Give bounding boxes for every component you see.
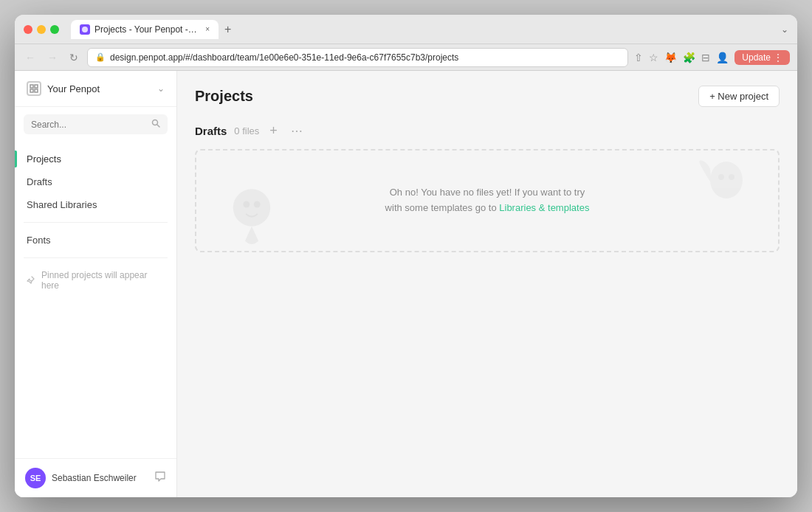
close-window-button[interactable] bbox=[24, 25, 32, 34]
sidebar-icon[interactable]: ⊟ bbox=[701, 52, 710, 63]
address-bar-row: ← → ↻ 🔒 design.penpot.app/#/dashboard/te… bbox=[15, 44, 797, 71]
lock-icon: 🔒 bbox=[95, 52, 106, 62]
search-icon bbox=[151, 119, 160, 130]
update-button-label: Update bbox=[742, 52, 771, 63]
svg-point-8 bbox=[243, 201, 250, 208]
libraries-templates-link[interactable]: Libraries & templates bbox=[499, 202, 589, 213]
svg-line-6 bbox=[157, 125, 159, 127]
svg-rect-2 bbox=[35, 85, 38, 88]
window-menu-icon[interactable]: ⌄ bbox=[781, 24, 788, 35]
svg-rect-4 bbox=[35, 89, 38, 92]
search-input[interactable] bbox=[31, 120, 147, 130]
active-tab[interactable]: Projects - Your Penpot - Penp... × bbox=[71, 20, 219, 39]
empty-state-content: Oh no! You have no files yet! If you wan… bbox=[385, 185, 590, 216]
mascot-right bbox=[689, 158, 749, 210]
user-name: Sebastian Eschweiler bbox=[52, 473, 137, 483]
profile-icon[interactable]: 👤 bbox=[716, 52, 729, 63]
svg-point-11 bbox=[718, 174, 724, 180]
traffic-lights bbox=[24, 25, 59, 34]
mascot-left bbox=[226, 184, 278, 251]
user-info: SE Sebastian Eschweiler bbox=[25, 468, 137, 488]
bookmark-icon[interactable]: ☆ bbox=[649, 52, 658, 63]
title-bar: Projects - Your Penpot - Penp... × + ⌄ bbox=[15, 15, 797, 44]
chat-icon[interactable] bbox=[154, 471, 166, 485]
minimize-window-button[interactable] bbox=[37, 25, 46, 34]
drafts-file-count: 0 files bbox=[234, 125, 259, 136]
sidebar-header: Your Penpot ⌄ bbox=[15, 71, 176, 107]
svg-point-12 bbox=[729, 174, 734, 180]
search-box[interactable] bbox=[24, 114, 168, 134]
svg-rect-1 bbox=[30, 85, 33, 88]
svg-point-10 bbox=[710, 162, 743, 198]
tab-close-button[interactable]: × bbox=[205, 25, 210, 33]
new-project-button[interactable]: + New project bbox=[698, 86, 780, 107]
update-button[interactable]: Update ⋮ bbox=[734, 50, 790, 65]
workspace-label: Your Penpot bbox=[47, 83, 100, 94]
new-tab-button[interactable]: + bbox=[221, 20, 234, 39]
page-title: Projects bbox=[195, 88, 253, 105]
drafts-add-button[interactable]: + bbox=[266, 122, 281, 140]
svg-point-9 bbox=[254, 201, 261, 208]
pinned-projects-label: Pinned projects will appear here bbox=[41, 270, 165, 291]
tab-title: Projects - Your Penpot - Penp... bbox=[94, 24, 198, 35]
svg-rect-3 bbox=[30, 89, 33, 92]
fox-extension-icon[interactable]: 🦊 bbox=[664, 52, 677, 63]
address-text: design.penpot.app/#/dashboard/team/1e00e… bbox=[110, 52, 458, 63]
app-content: Your Penpot ⌄ Projects Drafts bbox=[15, 71, 797, 497]
workspace-icon bbox=[27, 81, 41, 96]
drafts-section-header: Drafts 0 files + ⋯ bbox=[195, 122, 780, 140]
workspace-selector[interactable]: Your Penpot bbox=[27, 81, 100, 96]
drafts-menu-button[interactable]: ⋯ bbox=[288, 122, 306, 139]
svg-point-7 bbox=[233, 189, 270, 226]
title-bar-right: ⌄ bbox=[781, 24, 788, 35]
update-menu-icon: ⋮ bbox=[774, 52, 782, 63]
sidebar-item-projects[interactable]: Projects bbox=[15, 148, 176, 170]
svg-point-0 bbox=[82, 27, 88, 32]
sidebar-item-drafts[interactable]: Drafts bbox=[15, 170, 176, 193]
drafts-section: Drafts 0 files + ⋯ bbox=[195, 122, 780, 252]
empty-state: Oh no! You have no files yet! If you wan… bbox=[195, 149, 780, 252]
sidebar-divider bbox=[24, 222, 168, 223]
main-content: Projects + New project Drafts 0 files + … bbox=[177, 71, 797, 497]
forward-button[interactable]: → bbox=[44, 50, 61, 65]
main-header: Projects + New project bbox=[195, 86, 780, 107]
pin-icon bbox=[27, 275, 35, 286]
sidebar-item-shared-libraries[interactable]: Shared Libraries bbox=[15, 193, 176, 216]
share-icon[interactable]: ⇧ bbox=[634, 52, 643, 63]
avatar: SE bbox=[25, 468, 46, 488]
address-bar[interactable]: 🔒 design.penpot.app/#/dashboard/team/1e0… bbox=[87, 48, 628, 67]
svg-point-5 bbox=[153, 120, 158, 125]
empty-state-text: Oh no! You have no files yet! If you wan… bbox=[385, 185, 590, 216]
tab-bar: Projects - Your Penpot - Penp... × + bbox=[71, 20, 775, 39]
reload-button[interactable]: ↻ bbox=[66, 50, 81, 65]
workspace-chevron-icon: ⌄ bbox=[157, 83, 165, 94]
sidebar-divider-2 bbox=[24, 257, 168, 258]
drafts-title: Drafts bbox=[195, 125, 227, 137]
sidebar-nav: Projects Drafts Shared Libraries Fonts bbox=[15, 142, 176, 458]
maximize-window-button[interactable] bbox=[50, 25, 59, 34]
back-button[interactable]: ← bbox=[22, 50, 38, 65]
extensions-icon[interactable]: 🧩 bbox=[683, 52, 695, 63]
sidebar-item-fonts[interactable]: Fonts bbox=[15, 229, 176, 252]
sidebar: Your Penpot ⌄ Projects Drafts bbox=[15, 71, 177, 497]
sidebar-footer: SE Sebastian Eschweiler bbox=[15, 458, 176, 497]
tab-favicon bbox=[80, 24, 90, 35]
browser-toolbar-icons: ⇧ ☆ 🦊 🧩 ⊟ 👤 Update ⋮ bbox=[634, 50, 790, 65]
pinned-projects-section: Pinned projects will appear here bbox=[15, 264, 176, 297]
